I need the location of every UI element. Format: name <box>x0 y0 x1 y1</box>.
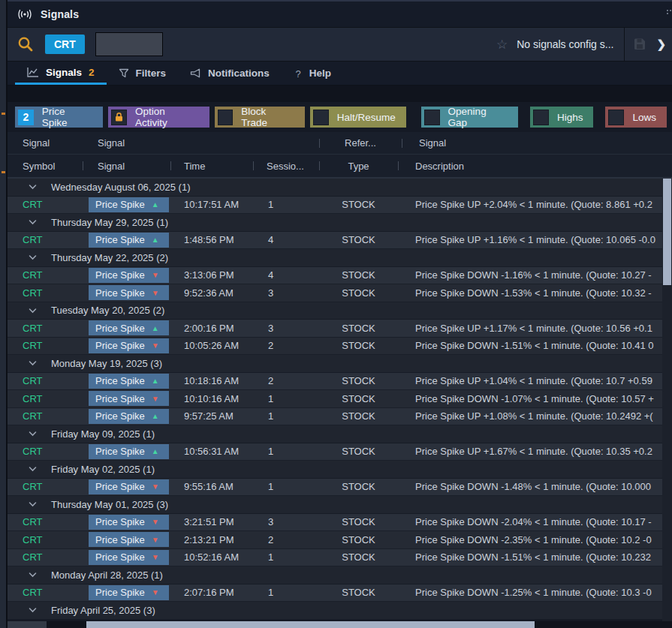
group-row[interactable]: Wednesday August 06, 2025 (1) <box>8 179 672 197</box>
filter-chip-block-trade[interactable]: Block Trade <box>215 107 305 128</box>
time-cell: 3:13:06 PM <box>170 269 253 281</box>
filter-checkbox[interactable] <box>608 110 624 125</box>
chevron-down-icon[interactable] <box>29 572 37 578</box>
horizontal-scrollbar[interactable] <box>8 621 672 628</box>
filter-checkbox[interactable] <box>218 110 234 125</box>
group-date-label: Thursday May 29, 2025 (1) <box>51 217 168 228</box>
signal-label: Price Spike <box>95 393 145 404</box>
signal-cell: Price Spike▼ <box>83 532 170 547</box>
tab-notifications[interactable]: Notifications <box>178 62 282 85</box>
column-header-time[interactable]: Time <box>170 155 253 177</box>
group-row[interactable]: Thursday May 01, 2025 (3) <box>8 496 672 514</box>
group-row[interactable]: Friday April 25, 2025 (3) <box>8 602 672 620</box>
symbol-cell: CRT <box>8 551 83 563</box>
table-row[interactable]: CRTPrice Spike▼2:07:16 PM1STOCKPrice Spi… <box>8 584 672 602</box>
tab-count-badge: 2 <box>89 67 95 78</box>
column-header-type[interactable]: Type <box>319 155 398 177</box>
tab-filters[interactable]: Filters <box>107 62 179 85</box>
filter-count-badge: 2 <box>18 110 34 125</box>
chevron-down-icon[interactable] <box>29 466 37 472</box>
chevron-down-icon[interactable] <box>29 607 37 613</box>
column-header-symbol[interactable]: Symbol <box>8 155 83 177</box>
group-row[interactable]: Monday May 19, 2025 (3) <box>8 355 672 373</box>
horizontal-scrollbar-thumb[interactable] <box>86 621 535 628</box>
type-cell: STOCK <box>319 587 398 598</box>
filter-chip-price-spike[interactable]: 2Price Spike <box>15 107 103 128</box>
column-header-signal[interactable]: Signal <box>83 155 170 177</box>
symbol-cell: CRT <box>8 323 83 334</box>
chevron-down-icon[interactable] <box>29 184 37 190</box>
chevron-down-icon[interactable] <box>29 501 37 507</box>
filter-chip-lows[interactable]: Lows <box>605 107 667 128</box>
filter-checkbox[interactable] <box>424 110 440 125</box>
arrow-up-icon: ▲ <box>152 412 159 420</box>
time-cell: 10:56:31 AM <box>170 446 253 457</box>
filter-chip-option-activity[interactable]: Option Activity <box>108 107 209 128</box>
group-header[interactable]: Signal <box>83 132 319 154</box>
vertical-scrollbar[interactable] <box>662 179 672 621</box>
table-row[interactable]: CRTPrice Spike▲1:48:56 PM4STOCKPrice Spi… <box>8 232 672 250</box>
drag-handle-icon[interactable] <box>666 9 671 14</box>
filter-checkbox[interactable] <box>313 110 329 125</box>
signal-label: Price Spike <box>95 234 145 245</box>
chevron-down-icon[interactable] <box>29 308 37 314</box>
collapse-chevron-icon[interactable]: ❯ <box>656 38 666 51</box>
symbol-search-input[interactable] <box>95 32 163 56</box>
table-row[interactable]: CRTPrice Spike▼10:10:16 AM1STOCKPrice Sp… <box>8 390 672 408</box>
symbol-chip[interactable]: CRT <box>45 35 85 54</box>
table-row[interactable]: CRTPrice Spike▲9:57:25 AM1STOCKPrice Spi… <box>8 408 672 426</box>
title-bar: Signals <box>8 2 672 27</box>
table-row[interactable]: CRTPrice Spike▲10:56:31 AM1STOCKPrice Sp… <box>8 443 672 461</box>
group-header[interactable]: Signal <box>402 132 672 154</box>
save-icon[interactable] <box>632 37 647 52</box>
table-row[interactable]: CRTPrice Spike▼10:52:16 AM1STOCKPrice Sp… <box>8 549 672 567</box>
table-row[interactable]: CRTPrice Spike▲10:18:16 AM2STOCKPrice Sp… <box>8 373 672 391</box>
table-row[interactable]: CRTPrice Spike▼3:21:51 PM3STOCKPrice Spi… <box>8 514 672 532</box>
tab-signals[interactable]: Signals2 <box>15 62 107 85</box>
table-row[interactable]: CRTPrice Spike▲2:00:16 PM3STOCKPrice Spi… <box>8 320 672 338</box>
price-spike-badge: Price Spike▼ <box>89 391 169 406</box>
description-cell: Price Spike DOWN -1.48% < 1 minute. (Quo… <box>398 481 672 492</box>
signal-label: Price Spike <box>95 199 145 210</box>
table-row[interactable]: CRTPrice Spike▼10:05:26 AM2STOCKPrice Sp… <box>8 338 672 356</box>
symbol-cell: CRT <box>8 516 83 527</box>
column-header-description[interactable]: Description <box>398 155 672 177</box>
table-row[interactable]: CRTPrice Spike▼9:52:36 AM3STOCKPrice Spi… <box>8 284 672 302</box>
filter-checkbox[interactable] <box>533 110 549 125</box>
group-row[interactable]: Thursday May 22, 2025 (2) <box>8 249 672 267</box>
table-row[interactable]: CRTPrice Spike▼9:55:16 AM1STOCKPrice Spi… <box>8 479 672 497</box>
table-row[interactable]: CRTPrice Spike▲10:17:51 AM1STOCKPrice Sp… <box>8 197 672 215</box>
group-row[interactable]: Thursday May 29, 2025 (1) <box>8 214 672 232</box>
help-icon: ? <box>294 68 303 79</box>
table-row[interactable]: CRTPrice Spike▼3:13:06 PM4STOCKPrice Spi… <box>8 267 672 285</box>
type-cell: STOCK <box>319 323 398 334</box>
time-cell: 2:07:16 PM <box>170 587 253 598</box>
column-header-session[interactable]: Sessio... <box>253 155 319 177</box>
config-name-label[interactable]: No signals config s... <box>517 38 613 50</box>
group-header[interactable]: Signal <box>8 132 83 154</box>
signal-label: Price Spike <box>95 446 145 457</box>
price-spike-badge: Price Spike▲ <box>89 320 169 335</box>
filter-chip-halt-resume[interactable]: Halt/Resume <box>310 107 406 128</box>
session-cell: 4 <box>253 234 319 245</box>
group-row[interactable]: Friday May 09, 2025 (1) <box>8 425 672 443</box>
group-row[interactable]: Friday May 02, 2025 (1) <box>8 461 672 479</box>
scrollbar-corner <box>8 621 47 628</box>
table-row[interactable]: CRTPrice Spike▼2:13:21 PM2STOCKPrice Spi… <box>8 531 672 549</box>
group-row[interactable]: Monday April 28, 2025 (1) <box>8 566 672 584</box>
vertical-scrollbar-thumb[interactable] <box>663 179 671 285</box>
star-icon[interactable]: ☆ <box>496 37 508 53</box>
time-cell: 9:57:25 AM <box>170 410 253 422</box>
chevron-down-icon[interactable] <box>29 360 37 366</box>
symbol-cell: CRT <box>8 287 83 299</box>
group-header[interactable]: Refer... <box>319 132 402 154</box>
tab-help[interactable]: ?Help <box>282 62 343 85</box>
session-cell: 1 <box>253 199 319 210</box>
filter-chip-opening-gap[interactable]: Opening Gap <box>421 107 518 128</box>
chevron-down-icon[interactable] <box>29 254 37 260</box>
arrow-up-icon: ▲ <box>152 377 159 385</box>
filter-chip-highs[interactable]: Highs <box>530 107 594 128</box>
chevron-down-icon[interactable] <box>29 431 37 437</box>
group-row[interactable]: Tuesday May 20, 2025 (2) <box>8 302 672 320</box>
chevron-down-icon[interactable] <box>29 219 37 225</box>
